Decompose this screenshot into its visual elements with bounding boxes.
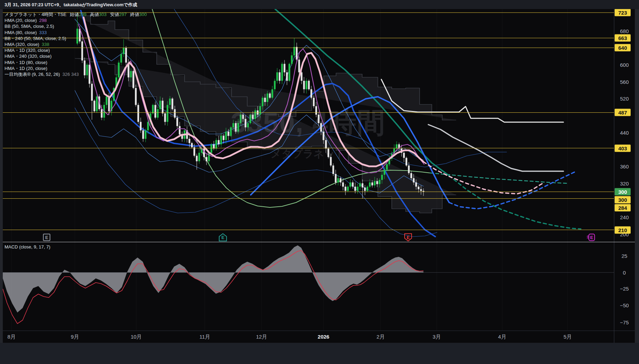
- price-tick-680: 680: [614, 28, 634, 34]
- indicator-label: HMA (320, close): [5, 42, 39, 47]
- time-label-12月: 12月: [256, 334, 267, 340]
- left-gutter: [0, 9, 3, 343]
- price-badge-723-yellow: 723: [615, 9, 631, 16]
- legend-title-row[interactable]: メタプラネット・4時間・TSE始値299高値303安値297終値300: [5, 11, 147, 17]
- price-badge-487-yellow: 487: [615, 109, 631, 116]
- price-tick-440: 440: [614, 129, 634, 135]
- price-tick-560: 560: [614, 79, 634, 85]
- ohlc-label: 高値: [90, 12, 99, 17]
- top-bar: 3月 31, 2026 07:23 UTC+9、takatabaがTrading…: [0, 0, 639, 9]
- time-label-4月: 4月: [498, 334, 506, 340]
- indicator-label: HMA・1D (320, close): [5, 48, 50, 53]
- legend-indicator-row-4[interactable]: HMA (320, close)338: [5, 41, 147, 47]
- legend-indicator-row-5[interactable]: HMA・1D (320, close): [5, 47, 147, 53]
- time-axis-separator: [0, 331, 639, 331]
- svg-text:E: E: [407, 235, 410, 240]
- ohlc-value: 299: [79, 12, 87, 17]
- price-tick-360: 360: [614, 163, 634, 169]
- indicator-label: HMA (20, close): [5, 18, 37, 23]
- legend-indicator-row-2[interactable]: HMA (80, close)333: [5, 30, 147, 35]
- macd-tick-0: 0: [614, 270, 634, 276]
- ohlc-value: 297: [119, 12, 127, 17]
- macd-pane[interactable]: [3, 245, 614, 324]
- legend-indicator-row-9[interactable]: 一目均衡表® (9, 26, 52, 26)326 343: [5, 71, 147, 77]
- legend-indicator-row-6[interactable]: HMA・240 (320, close): [5, 53, 147, 59]
- indicator-label: HMA・1D (80, close): [5, 60, 47, 65]
- time-label-2月: 2月: [376, 334, 384, 340]
- top-bar-text: 3月 31, 2026 07:23 UTC+9、takatabaがTrading…: [5, 2, 137, 8]
- time-label-10月: 10月: [131, 334, 142, 340]
- indicator-value: 338: [42, 42, 49, 47]
- hma240-320-projection: [430, 173, 568, 183]
- legend-indicator-row-8[interactable]: HMA・1D (20, close): [5, 65, 147, 71]
- wavesq-E-icon: E: [586, 233, 595, 242]
- ichimoku-gray-line: [428, 125, 563, 171]
- price-badge-284-yellow: 284: [615, 204, 631, 212]
- indicator-label: HMA・240 (320, close): [5, 54, 52, 59]
- svg-text:E: E: [221, 235, 225, 240]
- shield-E-icon: E: [404, 233, 413, 242]
- macd-tick-−75: −75: [614, 319, 634, 325]
- ohlc-value: 303: [99, 12, 107, 17]
- macd-tick-−50: −50: [614, 302, 634, 308]
- legend-indicator-row-0[interactable]: HMA (20, close)298: [5, 17, 147, 23]
- macd-legend-text: MACD (close, 9, 17, 7): [5, 244, 50, 250]
- ohlc-label: 終値: [130, 12, 139, 17]
- legend-indicator-row-3[interactable]: BB・240 (50, SMA, close, 2.5): [5, 35, 147, 41]
- price-badge-663-yellow: 663: [615, 34, 631, 42]
- time-label-3月: 3月: [433, 334, 441, 340]
- svg-text:E: E: [45, 235, 48, 240]
- indicator-value: 298: [39, 18, 47, 23]
- ohlc-label: 安値: [110, 12, 119, 17]
- indicator-value: 333: [39, 30, 47, 35]
- pane-separator[interactable]: [0, 242, 639, 242]
- indicator-label: BB・240 (50, SMA, close, 2.5): [5, 36, 66, 41]
- macd-tick-25: 25: [614, 253, 634, 259]
- ohlc-label: 始値: [70, 12, 79, 17]
- time-label-9月: 9月: [71, 334, 79, 340]
- time-label-8月: 8月: [7, 334, 15, 340]
- indicator-label: 一目均衡表® (9, 26, 52, 26): [5, 72, 60, 77]
- price-badge-300-yellow: 300: [615, 196, 631, 204]
- price-tick-320: 320: [614, 180, 634, 186]
- price-tick-600: 600: [614, 62, 634, 68]
- hma1d-80-projection: [449, 171, 576, 209]
- price-axis-border: [614, 9, 614, 343]
- pane-legend: メタプラネット・4時間・TSE始値299高値303安値297終値300HMA (…: [5, 11, 147, 77]
- legend-indicator-row-7[interactable]: HMA・1D (80, close): [5, 60, 147, 65]
- scrollbar-gutter: [635, 9, 639, 343]
- ohlc-value: 300: [139, 12, 147, 17]
- square-E-icon: E: [42, 233, 51, 242]
- svg-text:E: E: [590, 235, 593, 240]
- bottom-strip: TradingView: [0, 343, 639, 364]
- indicator-value: 326 343: [62, 72, 79, 77]
- indicator-label: HMA・1D (20, close): [5, 66, 47, 71]
- pent-E-icon: E: [218, 233, 227, 242]
- time-label-5月: 5月: [563, 334, 571, 340]
- legend-indicator-row-1[interactable]: BB (50, SMA, close, 2.5): [5, 23, 147, 29]
- legend-symbol-title: メタプラネット・4時間・TSE: [5, 12, 67, 17]
- price-badge-210-yellow: 210: [615, 226, 631, 234]
- price-badge-640-yellow: 640: [615, 44, 631, 52]
- price-tick-520: 520: [614, 96, 634, 102]
- macd-legend[interactable]: MACD (close, 9, 17, 7): [5, 244, 50, 250]
- price-badge-300-green: 300: [615, 188, 631, 196]
- macd-tick-−25: −25: [614, 286, 634, 292]
- price-badge-403-yellow: 403: [615, 144, 631, 152]
- indicator-label: BB (50, SMA, close, 2.5): [5, 24, 54, 29]
- time-label-11月: 11月: [200, 334, 210, 340]
- price-tick-240: 240: [614, 214, 634, 220]
- time-label-2026: 2026: [318, 334, 329, 340]
- macd-histogram: [3, 245, 423, 312]
- indicator-label: HMA (80, close): [5, 30, 37, 35]
